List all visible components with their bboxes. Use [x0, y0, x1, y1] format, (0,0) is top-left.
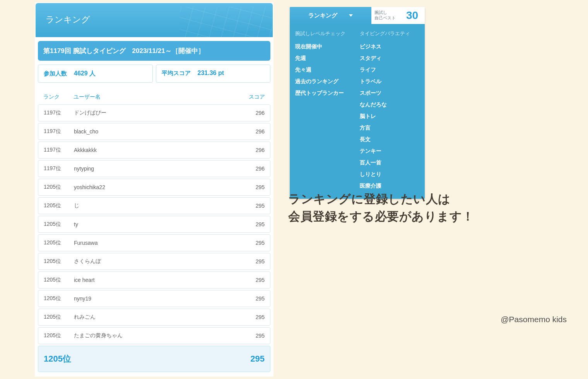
nav-columns: 腕試しレベルチェック 現在開催中先週先々週過去のランキング歴代トップランカー タ…: [290, 24, 425, 199]
row-score: 295: [241, 203, 265, 209]
ranking-row[interactable]: 1205位れみごん295: [38, 309, 270, 326]
nav-link[interactable]: 長文: [360, 134, 420, 145]
nav-link[interactable]: 歴代トップランカー: [295, 87, 355, 99]
col-header-rank: ランク: [43, 94, 74, 101]
ranking-list-header: ランク ユーザー名 スコア: [38, 88, 270, 104]
nav-link[interactable]: 過去のランキング: [295, 76, 355, 87]
registration-message: ランキングに登録したい人は 会員登録をする必要があります！: [288, 191, 544, 225]
ranking-row[interactable]: 1205位じ295: [38, 197, 270, 214]
ranking-row[interactable]: 1205位たまごの黄身ちゃん295: [38, 327, 270, 344]
ranking-panel: ランキング 第1179回 腕試しタイピング 2023/11/21～［開催中］ 参…: [35, 2, 273, 377]
row-score: 296: [241, 110, 265, 116]
ranking-row[interactable]: 1205位さくらんぼ295: [38, 253, 270, 270]
nav-dropdown-panel: ランキング 腕試し 自己ベスト 30 腕試しレベルチェック 現在開催中先週先々週…: [290, 7, 425, 199]
nav-tab-ranking-label: ランキング: [308, 12, 337, 19]
nav-col1-links: 現在開催中先週先々週過去のランキング歴代トップランカー: [295, 41, 355, 99]
row-user: ドンげぱぴー: [74, 109, 241, 116]
nav-tab-best-label: 腕試し 自己ベスト: [374, 10, 396, 21]
row-score: 296: [241, 147, 265, 153]
nav-link[interactable]: 先週: [295, 53, 355, 64]
ranking-header: ランキング: [36, 3, 273, 37]
row-score: 295: [241, 240, 265, 246]
nav-col-level-check: 腕試しレベルチェック 現在開催中先週先々週過去のランキング歴代トップランカー: [295, 30, 355, 192]
row-rank: 1197位: [44, 165, 74, 172]
nav-link[interactable]: なんだろな: [360, 99, 420, 111]
ranking-row[interactable]: 1205位Furusawa295: [38, 234, 270, 251]
row-rank: 1205位: [44, 202, 74, 209]
nav-link[interactable]: 百人一首: [360, 157, 420, 169]
ranking-row[interactable]: 1197位Akkkakkk296: [38, 142, 270, 159]
nav-link[interactable]: 現在開催中: [295, 41, 355, 53]
ranking-row-highlight[interactable]: 1205位 295: [38, 346, 270, 372]
nav-tab-score: 30: [406, 7, 425, 24]
participants-value: 4629 人: [74, 70, 96, 78]
participants-label: 参加人数: [44, 70, 67, 77]
row-user: nytyping: [74, 166, 241, 172]
row-user: たまごの黄身ちゃん: [74, 332, 241, 339]
row-rank: 1205位: [44, 277, 74, 283]
ranking-row[interactable]: 1197位black_cho296: [38, 123, 270, 140]
row-rank: 1205位: [44, 239, 74, 246]
avg-score-box: 平均スコア 231.36 pt: [156, 65, 271, 83]
row-rank: 1197位: [44, 147, 74, 154]
nav-col2-title: タイピングバラエティ: [360, 30, 420, 37]
row-rank: 1205位: [44, 295, 74, 302]
ranking-body: 第1179回 腕試しタイピング 2023/11/21～［開催中］ 参加人数 46…: [35, 38, 273, 377]
row-rank: 1197位: [44, 128, 74, 135]
nav-link[interactable]: ライフ: [360, 64, 420, 76]
nav-link[interactable]: 脳トレ: [360, 111, 420, 122]
nav-tab-ranking[interactable]: ランキング: [290, 7, 371, 24]
ranking-row[interactable]: 1205位yoshichika22295: [38, 179, 270, 196]
nav-link[interactable]: 医療介護: [360, 180, 420, 192]
nav-link[interactable]: スタディ: [360, 53, 420, 64]
row-score: 296: [241, 128, 265, 135]
message-line1: ランキングに登録したい人は: [288, 191, 544, 208]
event-title-bar: 第1179回 腕試しタイピング 2023/11/21～［開催中］: [38, 41, 270, 61]
nav-col-variety: タイピングバラエティ ビジネススタディライフトラベルスポーツなんだろな脳トレ方言…: [360, 30, 420, 192]
ranking-row[interactable]: 1205位nyny19295: [38, 290, 270, 307]
col-header-score: スコア: [242, 94, 265, 101]
participants-box: 参加人数 4629 人: [38, 65, 153, 83]
row-user: nyny19: [74, 295, 241, 302]
nav-tabs: ランキング 腕試し 自己ベスト 30: [290, 7, 425, 24]
ranking-list: 1197位ドンげぱぴー2961197位black_cho2961197位Akkk…: [38, 104, 270, 344]
nav-link[interactable]: テンキー: [360, 145, 420, 157]
row-rank: 1197位: [44, 109, 74, 116]
row-rank: 1205位: [44, 258, 74, 265]
row-user: ice heart: [74, 277, 241, 283]
row-score: 295: [241, 314, 265, 320]
ranking-title: ランキング: [46, 15, 90, 24]
highlight-score: 295: [241, 354, 265, 364]
nav-link[interactable]: 方言: [360, 122, 420, 134]
message-line2: 会員登録をする必要があります！: [288, 208, 544, 225]
nav-link[interactable]: 先々週: [295, 64, 355, 76]
row-score: 295: [241, 333, 265, 339]
row-rank: 1205位: [44, 221, 74, 228]
nav-link[interactable]: ビジネス: [360, 41, 420, 53]
row-rank: 1205位: [44, 184, 74, 191]
nav-tab-best[interactable]: 腕試し 自己ベスト: [371, 7, 406, 24]
row-user: じ: [74, 202, 241, 209]
row-score: 295: [241, 221, 265, 227]
ranking-row[interactable]: 1205位ice heart295: [38, 271, 270, 289]
row-score: 295: [241, 258, 265, 265]
row-user: yoshichika22: [74, 184, 241, 190]
ranking-row[interactable]: 1197位nytyping296: [38, 160, 270, 177]
avg-score-label: 平均スコア: [162, 70, 191, 77]
ranking-row[interactable]: 1205位ty295: [38, 216, 270, 233]
row-score: 295: [241, 277, 265, 283]
avg-score-value: 231.36 pt: [198, 70, 224, 77]
chevron-down-icon: [349, 14, 353, 17]
highlight-rank: 1205位: [44, 353, 74, 365]
row-user: black_cho: [74, 128, 241, 135]
nav-link[interactable]: トラベル: [360, 76, 420, 87]
col-header-user: ユーザー名: [74, 94, 242, 101]
row-score: 295: [241, 295, 265, 302]
nav-link[interactable]: しりとり: [360, 169, 420, 180]
nav-col2-links: ビジネススタディライフトラベルスポーツなんだろな脳トレ方言長文テンキー百人一首し…: [360, 41, 420, 192]
nav-tab-score-value: 30: [406, 9, 418, 22]
row-user: Akkkakkk: [74, 147, 241, 153]
row-rank: 1205位: [44, 314, 74, 321]
nav-link[interactable]: スポーツ: [360, 87, 420, 99]
ranking-row[interactable]: 1197位ドンげぱぴー296: [38, 104, 270, 121]
